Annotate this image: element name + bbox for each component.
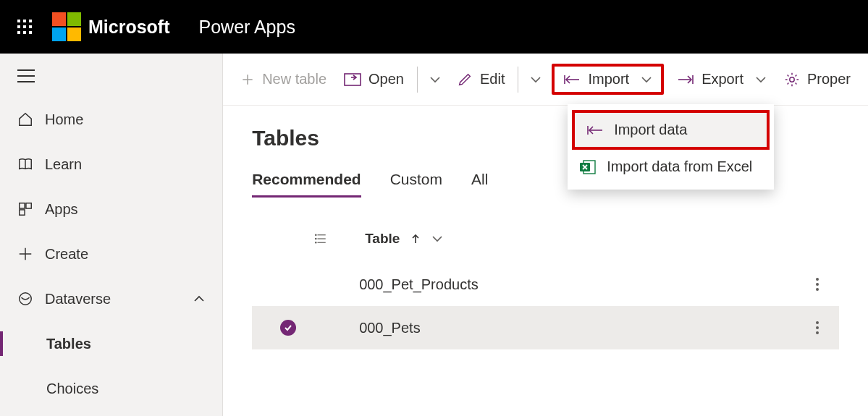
svg-rect-5: [29, 25, 32, 28]
sidebar-item-label: Tables: [46, 336, 91, 352]
gear-icon: [784, 72, 800, 88]
app-name: Power Apps: [199, 17, 295, 38]
sidebar-item-label: Choices: [46, 381, 98, 397]
svg-rect-6: [17, 31, 20, 34]
svg-rect-2: [29, 20, 32, 22]
button-label: Import: [588, 71, 629, 88]
svg-rect-13: [26, 203, 31, 208]
more-icon[interactable]: [796, 321, 839, 335]
svg-point-38: [816, 326, 819, 329]
svg-point-31: [316, 238, 317, 239]
dropdown-item-import-data[interactable]: Import data: [572, 110, 770, 150]
tab-recommended[interactable]: Recommended: [252, 171, 361, 198]
chevron-down-icon: [641, 76, 652, 83]
sidebar-item-dataverse[interactable]: Dataverse: [0, 276, 222, 321]
open-button[interactable]: Open: [335, 67, 413, 92]
separator: [417, 67, 418, 93]
export-button[interactable]: Export: [668, 67, 775, 92]
home-icon: [17, 111, 45, 127]
svg-rect-1: [23, 20, 26, 22]
open-caret-button[interactable]: [422, 72, 448, 88]
hamburger-icon[interactable]: [0, 62, 222, 97]
svg-rect-4: [23, 25, 26, 28]
waffle-icon[interactable]: [12, 14, 38, 40]
table-row[interactable]: 000_Pets: [252, 306, 839, 349]
tab-all[interactable]: All: [471, 171, 488, 198]
svg-rect-14: [20, 210, 25, 215]
pencil-icon: [457, 72, 473, 88]
svg-point-26: [790, 77, 794, 81]
dropdown-item-import-excel[interactable]: Import data from Excel: [568, 150, 774, 184]
sort-asc-icon: [411, 234, 420, 244]
more-icon[interactable]: [796, 277, 839, 292]
chevron-up-icon[interactable]: [193, 295, 205, 302]
svg-rect-12: [20, 203, 25, 208]
button-label: Proper: [807, 71, 851, 88]
sidebar-item-label: Apps: [45, 201, 78, 218]
import-dropdown: Import data Import data from Excel: [568, 104, 774, 190]
edit-button[interactable]: Edit: [448, 67, 513, 92]
import-icon: [563, 74, 581, 85]
dropdown-item-label: Import data from Excel: [607, 158, 752, 175]
sidebar-item-create[interactable]: Create: [0, 232, 222, 276]
open-icon: [344, 73, 361, 86]
button-label: Export: [701, 71, 743, 88]
svg-rect-7: [23, 31, 26, 34]
separator: [518, 67, 518, 93]
brand-text: Microsoft: [88, 17, 170, 38]
sidebar-item-home[interactable]: Home: [0, 97, 222, 142]
table-name: 000_Pets: [314, 320, 796, 336]
button-label: Open: [368, 71, 404, 88]
import-icon: [586, 124, 604, 136]
import-button[interactable]: Import: [552, 64, 664, 95]
new-table-button[interactable]: New table: [232, 67, 335, 92]
chevron-down-icon[interactable]: [431, 235, 443, 242]
svg-point-35: [816, 283, 819, 286]
edit-caret-button[interactable]: [523, 72, 549, 88]
apps-icon: [17, 201, 45, 217]
svg-rect-8: [29, 31, 32, 34]
microsoft-logo-icon: [52, 12, 81, 41]
sidebar-item-label: Create: [45, 246, 88, 263]
sidebar-item-apps[interactable]: Apps: [0, 187, 222, 232]
svg-rect-3: [17, 25, 20, 28]
list-icon: [314, 232, 327, 245]
svg-point-32: [316, 242, 317, 244]
sidebar: Home Learn Apps Create Dataverse: [0, 54, 223, 416]
export-icon: [677, 74, 694, 85]
command-bar: New table Open Edit: [223, 54, 868, 106]
sidebar-item-label: Home: [45, 111, 83, 128]
svg-point-37: [816, 321, 819, 324]
column-header-table[interactable]: Table: [252, 231, 839, 247]
excel-icon: [579, 159, 597, 175]
tab-custom[interactable]: Custom: [390, 171, 442, 198]
plus-icon: [17, 246, 45, 262]
microsoft-logo: Microsoft: [52, 12, 170, 41]
table-name: 000_Pet_Products: [314, 276, 796, 293]
svg-point-39: [816, 331, 819, 334]
svg-rect-20: [345, 74, 361, 85]
sidebar-item-label: Learn: [45, 156, 82, 173]
sidebar-item-tables[interactable]: Tables: [0, 321, 222, 366]
button-label: New table: [262, 71, 326, 88]
svg-rect-0: [17, 20, 20, 22]
plus-icon: [240, 72, 255, 87]
book-icon: [17, 156, 45, 172]
main-content: New table Open Edit: [223, 54, 868, 416]
svg-point-30: [316, 234, 317, 236]
svg-point-17: [20, 293, 32, 305]
table-row[interactable]: 000_Pet_Products: [252, 263, 839, 306]
sidebar-item-label: Dataverse: [45, 291, 111, 307]
chevron-down-icon: [755, 76, 767, 83]
column-label: Table: [365, 231, 400, 247]
button-label: Edit: [480, 71, 505, 88]
selected-check-icon[interactable]: [280, 320, 296, 336]
dataverse-icon: [17, 291, 45, 307]
svg-point-36: [816, 288, 819, 291]
dropdown-item-label: Import data: [614, 122, 687, 138]
global-header: Microsoft Power Apps: [0, 0, 868, 54]
properties-button[interactable]: Proper: [775, 67, 859, 92]
svg-point-34: [816, 278, 819, 281]
sidebar-item-choices[interactable]: Choices: [0, 366, 222, 411]
sidebar-item-learn[interactable]: Learn: [0, 142, 222, 187]
